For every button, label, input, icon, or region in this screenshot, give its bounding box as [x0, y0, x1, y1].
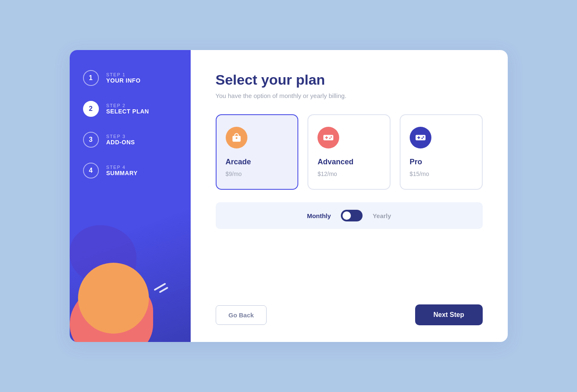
arcade-svg	[231, 132, 242, 143]
sidebar-decoration	[70, 225, 191, 342]
toggle-thumb	[343, 211, 351, 220]
plans-row: Arcade $9/mo Advanced $12/mo	[216, 114, 483, 190]
advanced-name: Advanced	[317, 158, 353, 166]
pro-price: $15/mo	[410, 171, 429, 177]
next-step-button[interactable]: Next Step	[415, 304, 483, 325]
page-subtitle: You have the option of monthly or yearly…	[216, 92, 483, 99]
plan-card-arcade[interactable]: Arcade $9/mo	[216, 114, 299, 190]
sidebar: 1 STEP 1 YOUR INFO 2 STEP 2 SELECT PLAN …	[70, 50, 191, 342]
plan-card-pro[interactable]: Pro $15/mo	[400, 114, 483, 190]
arcade-price: $9/mo	[226, 171, 242, 177]
arcade-icon	[226, 127, 247, 148]
plan-card-advanced[interactable]: Advanced $12/mo	[307, 114, 391, 190]
main-content: Select your plan You have the option of …	[191, 50, 508, 342]
pro-svg	[415, 132, 426, 143]
step1-name: YOUR INFO	[106, 77, 141, 84]
pro-icon	[410, 127, 431, 148]
toggle-track	[341, 210, 363, 221]
deco-lines	[154, 283, 168, 295]
step1-number: STEP 1	[106, 72, 141, 77]
deco-purple-blob	[70, 225, 136, 284]
step1-label: STEP 1 YOUR INFO	[106, 72, 141, 84]
step2-name: SELECT PLAN	[106, 108, 149, 115]
deco-line-2	[159, 287, 168, 293]
monthly-label: Monthly	[307, 212, 331, 219]
yearly-label: Yearly	[373, 212, 391, 219]
sidebar-item-step3[interactable]: 3 STEP 3 ADD-ONS	[83, 132, 177, 148]
arcade-name: Arcade	[226, 158, 251, 166]
step4-name: SUMMARY	[106, 170, 138, 176]
step3-name: ADD-ONS	[106, 139, 135, 146]
step2-number: STEP 2	[106, 103, 149, 108]
deco-line-1	[154, 283, 166, 291]
sidebar-item-step2[interactable]: 2 STEP 2 SELECT PLAN	[83, 101, 177, 117]
step3-number: STEP 3	[106, 134, 135, 139]
step3-label: STEP 3 ADD-ONS	[106, 134, 135, 146]
sidebar-item-step1[interactable]: 1 STEP 1 YOUR INFO	[83, 70, 177, 86]
deco-orange-circle	[78, 263, 149, 334]
page-title: Select your plan	[216, 72, 483, 88]
advanced-price: $12/mo	[317, 171, 337, 177]
deco-pink-blob	[70, 284, 153, 342]
footer-row: Go Back Next Step	[216, 304, 483, 325]
main-card: 1 STEP 1 YOUR INFO 2 STEP 2 SELECT PLAN …	[70, 50, 508, 342]
go-back-button[interactable]: Go Back	[216, 305, 267, 325]
step4-label: STEP 4 SUMMARY	[106, 165, 138, 176]
pro-name: Pro	[410, 158, 422, 166]
advanced-svg	[323, 132, 334, 143]
billing-toggle-row: Monthly Yearly	[216, 202, 483, 229]
step4-number: STEP 4	[106, 165, 138, 170]
step1-circle: 1	[83, 70, 99, 86]
step2-circle: 2	[83, 101, 99, 117]
step4-circle: 4	[83, 163, 99, 178]
step3-circle: 3	[83, 132, 99, 148]
advanced-icon	[317, 127, 339, 148]
sidebar-item-step4[interactable]: 4 STEP 4 SUMMARY	[83, 163, 177, 178]
step2-label: STEP 2 SELECT PLAN	[106, 103, 149, 115]
billing-toggle[interactable]	[341, 210, 363, 221]
